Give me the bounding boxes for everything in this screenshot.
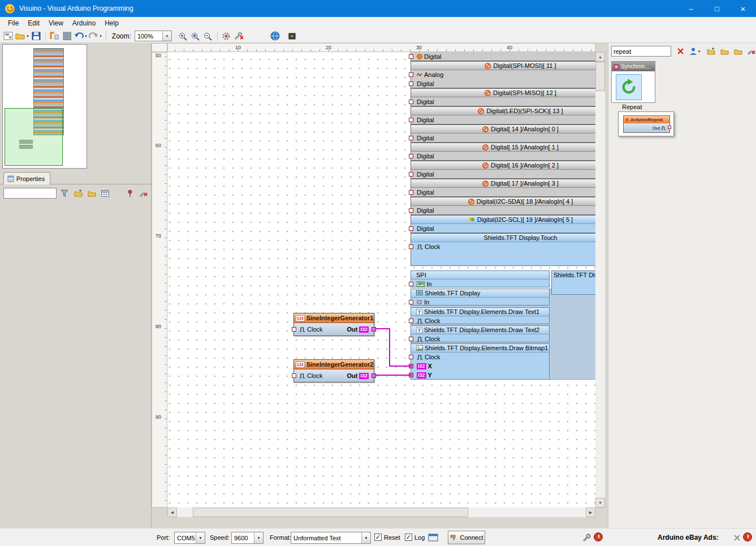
clear-search-button[interactable] [674,46,686,57]
pin-square[interactable] [409,355,413,359]
pin-square[interactable] [409,118,413,122]
signal-wire[interactable] [389,328,390,367]
maximize-button[interactable]: □ [704,0,730,17]
save-button[interactable] [31,30,42,42]
draw-text2-box[interactable]: TShields.TFT Display.Elements.Draw Text2… [411,325,550,342]
out-pin-square-connected[interactable] [371,327,376,332]
board-row-header[interactable]: Digital(I2C-SCL)[ 19 ]/AnalogIn[ 5 ] [411,216,595,224]
arduino-board-component[interactable]: Digital Digital(SPI-MOSI)[ 11 ] Analog D… [411,52,595,439]
draw-bitmap1-box[interactable]: Shields.TFT Display.Elements.Draw Bitmap… [411,343,550,380]
speed-dropdown-arrow[interactable]: ▼ [254,532,263,543]
log-checkbox[interactable]: ✓ [405,534,412,541]
tools-button[interactable] [234,30,245,42]
board-row-digital-12[interactable]: Digital(SPI-MISO)[ 12 ] Digital [411,88,595,106]
vertical-scroll-thumb[interactable] [595,62,605,91]
format-dropdown-arrow[interactable]: ▼ [361,532,370,543]
pin-square[interactable] [409,54,413,59]
port-dropdown-arrow[interactable]: ▼ [196,532,205,543]
project-settings-button[interactable] [221,30,232,42]
tft-display-box[interactable]: Shields.TFT Display In [411,289,550,306]
user-filter-button[interactable]: ▼ [689,46,701,57]
horizontal-scroll-thumb[interactable] [193,508,468,517]
pin-square[interactable] [409,244,413,249]
panel-tools-button[interactable] [138,188,149,199]
serial-terminal-button[interactable] [427,532,439,543]
folder-view-button[interactable] [732,46,744,57]
reset-checkbox[interactable]: ✓ [374,534,382,541]
palette-tools-button[interactable] [745,46,756,57]
log-checkbox-label[interactable]: Log [414,534,425,541]
palette-search-input[interactable] [611,46,671,57]
spi-channel-box[interactable]: SPI SPIIn [411,270,550,287]
pin-square[interactable] [409,300,413,304]
pin-square[interactable] [409,154,413,158]
out-pin-square-connected[interactable] [371,373,376,378]
tft-display-header[interactable]: Shields.TFT Display [411,289,549,298]
category-header-synchronization[interactable]: Synchron... [612,62,655,71]
board-row-header[interactable]: Digital(SPI-MISO)[ 12 ] [411,89,595,97]
properties-filter-input[interactable] [3,188,57,199]
sine-integer-generator2[interactable]: 123SineIntegerGenerator2 Clock OutI32 [293,359,374,382]
power-button[interactable] [743,532,752,541]
overview-minimap[interactable] [2,44,87,169]
horizontal-scrollbar[interactable]: ◀ ▶ [167,508,595,517]
pin-square[interactable] [409,208,413,213]
pin-square[interactable] [409,81,413,86]
pin-square[interactable] [409,72,413,77]
format-select[interactable]: Unformatted Text ▼ [291,532,371,544]
scroll-up-button[interactable]: ▲ [595,52,605,62]
zoom-out-button[interactable] [202,30,214,42]
board-row-digital-11[interactable]: Digital(SPI-MOSI)[ 11 ] Analog Digital [411,61,595,88]
scroll-down-button[interactable]: ▼ [595,498,605,508]
menu-edit[interactable]: Edit [23,17,44,29]
draw-text1-header[interactable]: TShields.TFT Display.Elements.Draw Text1 [411,308,549,316]
open-dropdown-caret[interactable]: ▼ [26,35,29,38]
board-row-tft-touch[interactable]: Shields.TFT Display.Touch Clock [411,233,595,266]
menu-view[interactable]: View [44,17,68,29]
component-header[interactable]: 123SineIntegerGenerator1 [294,313,374,323]
redo-button[interactable]: ▼ [89,30,102,42]
menu-arduino[interactable]: Arduino [68,17,100,29]
connect-button[interactable]: Connect [448,531,485,544]
board-row-header[interactable]: Digital[ 15 ]/AnalogIn[ 1 ] [411,143,595,152]
collapse-all-button[interactable] [86,188,97,199]
clock-pin-square[interactable] [292,327,296,332]
palette-item-repeat[interactable] [616,74,642,100]
web-button[interactable] [270,30,281,42]
board-row-header[interactable]: Shields.TFT Display.Touch [411,234,595,242]
tft-display-side-box[interactable]: Shields.TFT Dis [551,270,595,295]
person-dropdown-caret[interactable]: ▼ [698,50,701,53]
board-row-header[interactable]: Digital(LED)(SPI-SCK)[ 13 ] [411,107,595,115]
board-row-partial[interactable]: Digital [411,52,595,61]
board-row-header[interactable]: Digital[ 17 ]/AnalogIn[ 3 ] [411,179,595,188]
spi-header[interactable]: SPI [411,271,549,280]
zoom-combobox[interactable]: 100% ▼ [135,31,172,41]
pin-square[interactable] [409,282,413,286]
undo-button[interactable]: ▼ [74,30,88,42]
design-canvas[interactable]: Digital Digital(SPI-MOSI)[ 11 ] Analog D… [167,52,595,508]
arduino-tools-button[interactable] [580,532,593,543]
pin-square[interactable] [409,337,413,341]
board-row-digital-14[interactable]: Digital[ 14 ]/AnalogIn[ 0 ] Digital [411,124,595,143]
board-row-digital-17[interactable]: Digital[ 17 ]/AnalogIn[ 3 ] Digital [411,179,595,197]
scroll-left-button[interactable]: ◀ [167,508,177,517]
pin-square[interactable] [409,172,413,177]
expand-categories-button[interactable] [705,46,717,57]
scroll-right-button[interactable]: ▶ [586,508,595,517]
vertical-scrollbar[interactable]: ▲ ▼ [595,52,605,508]
zoom-dropdown-arrow[interactable]: ▼ [162,31,171,41]
speed-select[interactable]: 9600 ▼ [231,532,263,544]
category-view-button[interactable] [100,188,111,199]
minimize-button[interactable]: – [678,0,704,17]
expand-all-button[interactable] [72,188,84,199]
close-button[interactable]: × [730,0,756,17]
board-row-header[interactable]: Digital[ 14 ]/AnalogIn[ 0 ] [411,125,595,134]
menu-help[interactable]: Help [100,17,123,29]
board-row-header[interactable]: Digital[ 16 ]/AnalogIn[ 2 ] [411,161,595,170]
filter-button[interactable] [59,188,70,199]
pin-square[interactable] [409,319,413,323]
pin-square[interactable] [409,190,413,195]
board-row-digital-15[interactable]: Digital[ 15 ]/AnalogIn[ 1 ] Digital [411,143,595,161]
zoom-in-button[interactable] [178,30,189,42]
close-ads-button[interactable] [731,532,743,543]
